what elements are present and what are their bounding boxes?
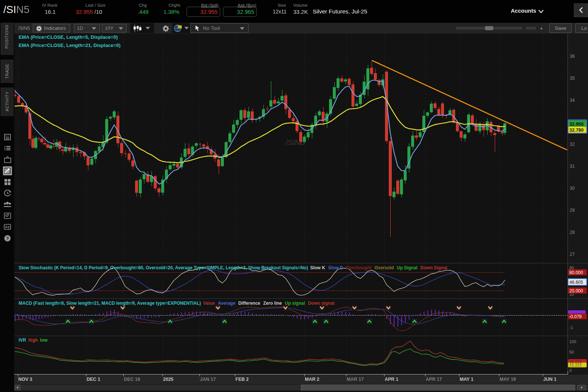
- svg-text:2025: 2025: [163, 377, 173, 382]
- svg-text:JAN 17: JAN 17: [200, 377, 216, 382]
- svg-text:Slow Stochastic (K Period=14,: Slow Stochastic (K Period=14, D Period=9…: [19, 265, 447, 270]
- svg-text:0: 0: [569, 368, 572, 373]
- svg-text:APR 1: APR 1: [385, 377, 398, 382]
- svg-text:15.221: 15.221: [569, 363, 582, 367]
- svg-text:MAY 19: MAY 19: [500, 377, 516, 382]
- svg-text:F2: F2: [5, 225, 9, 229]
- svg-text:NOV 3: NOV 3: [18, 377, 32, 382]
- svg-text:29: 29: [570, 208, 575, 213]
- svg-text:34: 34: [570, 98, 575, 103]
- svg-text:MAY 1: MAY 1: [460, 377, 473, 382]
- svg-text:46.605: 46.605: [569, 280, 583, 285]
- svg-text:FEB 2: FEB 2: [235, 377, 248, 382]
- svg-text:28: 28: [570, 230, 575, 235]
- svg-text:MAR 17: MAR 17: [347, 377, 364, 382]
- svg-text:32.955: 32.955: [569, 122, 584, 127]
- svg-text:27: 27: [570, 252, 575, 257]
- svg-text:30: 30: [570, 186, 575, 191]
- svg-text:IVRhighlow: IVRhighlow: [19, 338, 48, 343]
- svg-text:APR 17: APR 17: [426, 377, 442, 382]
- svg-text:32.780: 32.780: [569, 128, 584, 133]
- svg-text:35: 35: [570, 76, 575, 81]
- svg-text:32: 32: [570, 142, 575, 147]
- svg-text:50: 50: [569, 350, 574, 354]
- svg-text:DEC 1: DEC 1: [87, 377, 100, 382]
- svg-text:80.000: 80.000: [569, 270, 583, 275]
- svg-text:-0.079: -0.079: [569, 314, 582, 319]
- svg-text:EMA (Price=CLOSE, Length=21, D: EMA (Price=CLOSE, Length=21, Displace=0): [19, 43, 121, 48]
- svg-text:100: 100: [569, 339, 576, 344]
- svg-text:?: ?: [6, 236, 9, 241]
- svg-text:EMA (Price=CLOSE, Length=5, Di: EMA (Price=CLOSE, Length=5, Displace=0): [19, 34, 118, 40]
- svg-text:-1: -1: [569, 325, 573, 330]
- svg-text:MACD (Fast length=8, Slow leng: MACD (Fast length=8, Slow length=21, MAC…: [19, 301, 334, 306]
- svg-text:31: 31: [570, 164, 575, 169]
- svg-text:DEC 16: DEC 16: [124, 377, 140, 382]
- svg-text:MAR 2: MAR 2: [305, 377, 319, 382]
- svg-text:36: 36: [570, 54, 575, 59]
- svg-text:20.000: 20.000: [569, 288, 583, 294]
- svg-text:JUN 1: JUN 1: [543, 377, 556, 382]
